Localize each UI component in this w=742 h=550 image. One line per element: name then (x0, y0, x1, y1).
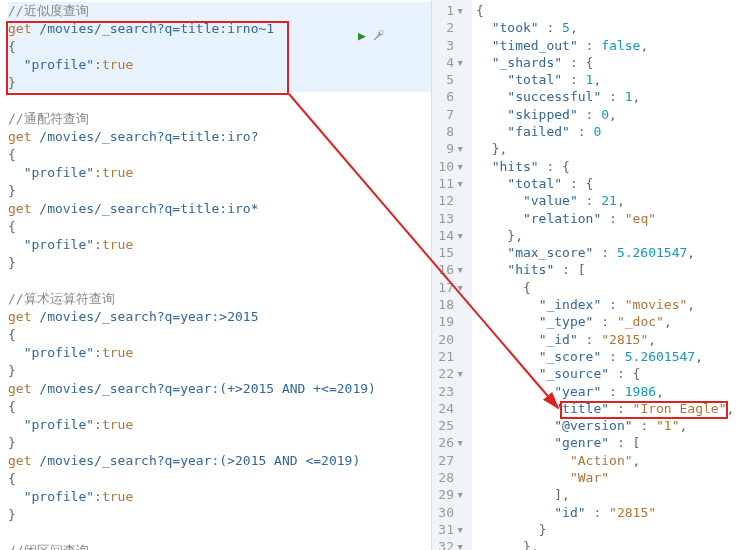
json-line: } (476, 521, 738, 538)
line-number: 11▾ (436, 175, 464, 192)
json-line: "failed" : 0 (476, 123, 738, 140)
json-line: "took" : 5, (476, 19, 738, 36)
line-number: 29▾ (436, 486, 464, 503)
json-line: }, (476, 538, 738, 550)
json-line: "id" : "2815" (476, 504, 738, 521)
request-line[interactable]: get /movies/_search?q=title:iro* (8, 200, 431, 218)
json-line: "skipped" : 0, (476, 106, 738, 123)
json-line: "Action", (476, 452, 738, 469)
line-number: 21 (436, 348, 464, 365)
line-number: 28 (436, 469, 464, 486)
line-number: 20 (436, 331, 464, 348)
request-tools: ▶ (358, 28, 386, 45)
line-number: 26▾ (436, 434, 464, 451)
line-number: 13 (436, 210, 464, 227)
json-line: "timed_out" : false, (476, 37, 738, 54)
json-line: ], (476, 486, 738, 503)
json-line: "_type" : "_doc", (476, 313, 738, 330)
json-line: "total" : 1, (476, 71, 738, 88)
line-number: 6 (436, 88, 464, 105)
brace-open: { (8, 146, 431, 164)
line-number: 3 (436, 37, 464, 54)
line-number: 8 (436, 123, 464, 140)
line-number: 1▾ (436, 2, 464, 19)
body-line: "profile":true (8, 164, 431, 182)
request-line[interactable]: get /movies/_search?q=title:iro? (8, 128, 431, 146)
body-line: "profile":true (8, 416, 431, 434)
comment-line: //通配符查询 (8, 110, 431, 128)
comment-line: //算术运算符查询 (8, 290, 431, 308)
body-line: "profile":true (8, 344, 431, 362)
json-line: "genre" : [ (476, 434, 738, 451)
json-line: "_index" : "movies", (476, 296, 738, 313)
line-gutter: 1▾234▾56789▾10▾11▾121314▾1516▾17▾1819202… (432, 0, 472, 550)
json-line: "_source" : { (476, 365, 738, 382)
response-body: { "took" : 5, "timed_out" : false, "_sha… (472, 0, 742, 550)
brace-close: } (8, 506, 431, 524)
brace-close: } (8, 182, 431, 200)
response-pane[interactable]: 1▾234▾56789▾10▾11▾121314▾1516▾17▾1819202… (432, 0, 742, 550)
json-line: "max_score" : 5.2601547, (476, 244, 738, 261)
json-line: "hits" : [ (476, 261, 738, 278)
json-line: "relation" : "eq" (476, 210, 738, 227)
line-number: 24 (436, 400, 464, 417)
line-number: 31▾ (436, 521, 464, 538)
body-line: "profile":true (8, 56, 431, 74)
brace-close: } (8, 74, 431, 92)
brace-open: { (8, 470, 431, 488)
json-line: "hits" : { (476, 158, 738, 175)
line-number: 14▾ (436, 227, 464, 244)
line-number: 32▾ (436, 538, 464, 550)
line-number: 30 (436, 504, 464, 521)
brace-close: } (8, 362, 431, 380)
request-line[interactable]: get /movies/_search?q=year:(+>2015 AND +… (8, 380, 431, 398)
comment-line: //闭区间查询 (8, 542, 431, 550)
json-line: "value" : 21, (476, 192, 738, 209)
line-number: 10▾ (436, 158, 464, 175)
line-number: 25 (436, 417, 464, 434)
json-line: "_id" : "2815", (476, 331, 738, 348)
brace-open: { (8, 326, 431, 344)
json-line: "_score" : 5.2601547, (476, 348, 738, 365)
wrench-icon[interactable] (372, 28, 386, 45)
run-icon[interactable]: ▶ (358, 28, 366, 45)
comment-line: //近似度查询 (8, 2, 431, 20)
json-line: }, (476, 140, 738, 157)
brace-open: { (8, 398, 431, 416)
body-line: "profile":true (8, 488, 431, 506)
json-line: "year" : 1986, (476, 383, 738, 400)
line-number: 9▾ (436, 140, 464, 157)
json-line: }, (476, 227, 738, 244)
line-number: 4▾ (436, 54, 464, 71)
json-line: "total" : { (476, 175, 738, 192)
line-number: 18 (436, 296, 464, 313)
json-line: "successful" : 1, (476, 88, 738, 105)
line-number: 5 (436, 71, 464, 88)
line-number: 16▾ (436, 261, 464, 278)
line-number: 15 (436, 244, 464, 261)
brace-open: { (8, 218, 431, 236)
json-line: "title" : "Iron Eagle", (476, 400, 738, 417)
brace-close: } (8, 254, 431, 272)
json-line: { (476, 279, 738, 296)
line-number: 27 (436, 452, 464, 469)
request-line[interactable]: get /movies/_search?q=year:(>2015 AND <=… (8, 452, 431, 470)
line-number: 12 (436, 192, 464, 209)
line-number: 2 (436, 19, 464, 36)
request-pane[interactable]: //近似度查询get /movies/_search?q=title:irno~… (0, 0, 432, 550)
json-line: "@version" : "1", (476, 417, 738, 434)
json-line: "War" (476, 469, 738, 486)
line-number: 22▾ (436, 365, 464, 382)
json-line: { (476, 2, 738, 19)
kibana-console: //近似度查询get /movies/_search?q=title:irno~… (0, 0, 742, 550)
request-line[interactable]: get /movies/_search?q=year:>2015 (8, 308, 431, 326)
line-number: 17▾ (436, 279, 464, 296)
line-number: 19 (436, 313, 464, 330)
brace-close: } (8, 434, 431, 452)
json-line: "_shards" : { (476, 54, 738, 71)
line-number: 7 (436, 106, 464, 123)
body-line: "profile":true (8, 236, 431, 254)
line-number: 23 (436, 383, 464, 400)
